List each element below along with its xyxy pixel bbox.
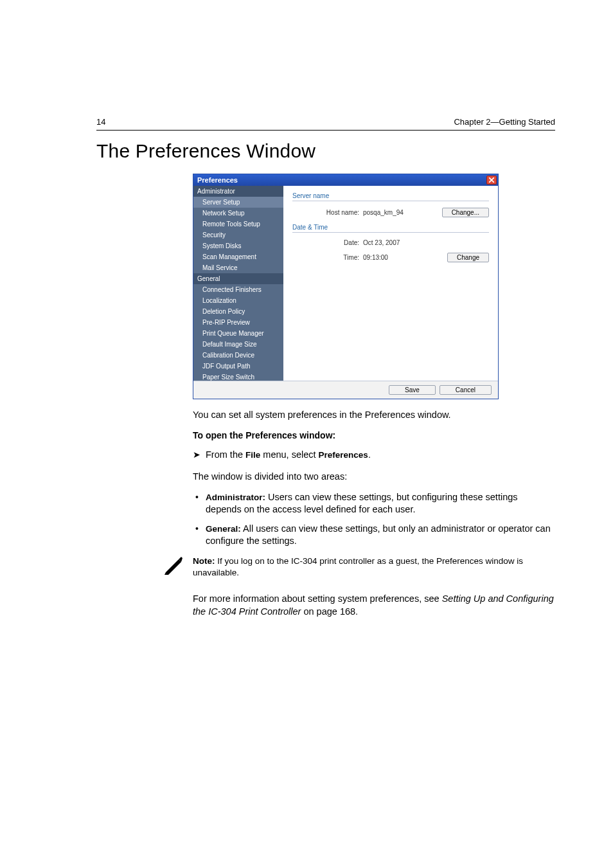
header-rule [96,130,555,131]
sidebar-item-print-queue-manager[interactable]: Print Queue Manager [193,328,283,339]
sidebar-section-general: General [193,273,283,284]
instruction-text-end: . [368,449,371,460]
menu-file-label: File [245,450,260,460]
note-text: Note: If you log on to the IC-304 print … [193,556,555,579]
bullet-administrator: Administrator: Users can view these sett… [193,491,555,516]
divider [292,201,489,201]
sidebar-item-deletion-policy[interactable]: Deletion Policy [193,306,283,317]
hostname-value: posqa_km_94 [363,209,423,216]
window-title: Preferences [197,176,238,184]
group-server-name-title: Server name [292,192,489,199]
sidebar-item-localization[interactable]: Localization [193,295,283,306]
close-icon[interactable] [486,176,497,185]
sidebar-item-server-setup[interactable]: Server Setup [193,197,283,208]
hostname-label: Host name: [292,209,363,216]
instruction-text-mid: menu, select [260,449,318,460]
note-icon [163,556,184,576]
bullet-general-label: General: [206,524,241,534]
bullet-administrator-label: Administrator: [206,493,265,502]
chapter-reference: Chapter 2—Getting Started [454,117,555,127]
preferences-content: Server name Host name: posqa_km_94 Chang… [283,186,498,381]
divider [292,232,489,233]
heading-open-preferences: To open the Preferences window: [193,429,555,442]
instruction-step: From the File menu, select Preferences. [193,449,555,462]
sidebar-item-security[interactable]: Security [193,230,283,240]
sidebar-item-jdf-output-path[interactable]: JDF Output Path [193,361,283,372]
page-number: 14 [96,117,105,127]
preferences-sidebar: Administrator Server Setup Network Setup… [193,186,283,381]
sidebar-item-scan-management[interactable]: Scan Management [193,251,283,262]
time-label: Time: [292,254,363,261]
date-label: Date: [292,239,363,246]
save-button[interactable]: Save [389,385,436,395]
sidebar-item-calibration-device[interactable]: Calibration Device [193,350,283,361]
preferences-window: Preferences Administrator Server Setup N… [193,174,499,399]
time-value: 09:13:00 [363,254,428,261]
bullet-general: General: All users can view these settin… [193,523,555,548]
menu-preferences-label: Preferences [319,450,368,460]
paragraph-areas: The window is divided into two areas: [193,471,555,484]
change-hostname-button[interactable]: Change... [442,208,489,217]
sidebar-item-system-disks[interactable]: System Disks [193,240,283,251]
sidebar-item-mail-service[interactable]: Mail Service [193,262,283,273]
page-title: The Preferences Window [96,140,315,162]
sidebar-item-connected-finishers[interactable]: Connected Finishers [193,284,283,295]
group-date-time-title: Date & Time [292,224,489,231]
sidebar-item-network-setup[interactable]: Network Setup [193,208,283,219]
paragraph-xref: For more information about setting syste… [193,593,555,618]
paragraph-intro: You can set all system preferences in th… [193,409,555,422]
bullet-general-text: All users can view these settings, but o… [206,523,551,547]
cancel-button[interactable]: Cancel [440,385,492,395]
xref-pre: For more information about setting syste… [193,593,442,604]
titlebar: Preferences [193,174,498,186]
change-datetime-button[interactable]: Change [447,253,489,262]
sidebar-item-pre-rip-preview[interactable]: Pre-RIP Preview [193,317,283,328]
instruction-text-pre: From the [206,449,245,460]
xref-post: on page 168. [301,606,358,617]
note-label: Note: [193,556,215,566]
sidebar-item-default-image-size[interactable]: Default Image Size [193,339,283,350]
sidebar-section-administrator: Administrator [193,186,283,197]
body-copy: You can set all system preferences in th… [193,409,555,626]
sidebar-item-paper-size-switch[interactable]: Paper Size Switch [193,372,283,383]
sidebar-item-remote-tools-setup[interactable]: Remote Tools Setup [193,219,283,230]
preferences-footer: Save Cancel [193,381,498,399]
date-value: Oct 23, 2007 [363,239,489,246]
note-body: If you log on to the IC-304 print contro… [193,556,523,577]
